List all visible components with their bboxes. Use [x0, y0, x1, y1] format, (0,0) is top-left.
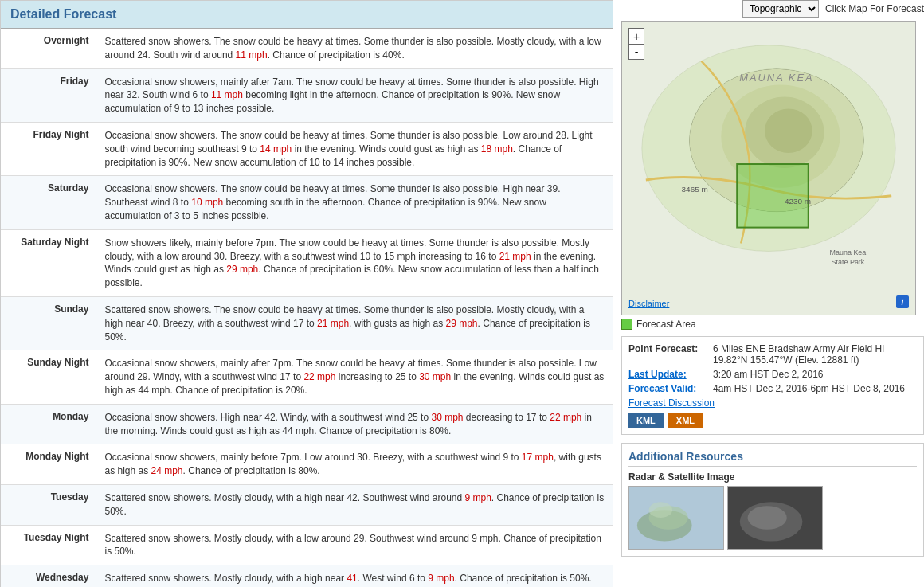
right-panel: Topographic Street Satellite Click Map F…: [613, 0, 924, 587]
click-map-label: Click Map For Forecast: [825, 3, 924, 14]
table-row: Sunday NightOccasional snow showers, mai…: [1, 350, 613, 404]
radar-images: [628, 486, 917, 550]
xml-button[interactable]: XML: [668, 413, 703, 428]
description-cell: Occasional snow showers, mainly after 7a…: [96, 68, 613, 122]
forecast-valid-link[interactable]: Forecast Valid:: [628, 383, 708, 394]
table-row: SaturdayOccasional snow showers. The sno…: [1, 176, 613, 229]
forecast-valid-row: Forecast Valid: 4am HST Dec 2, 2016-6pm …: [628, 383, 917, 394]
zoom-out-button[interactable]: -: [628, 44, 644, 60]
table-row: OvernightScattered snow showers. The sno…: [1, 29, 613, 68]
point-forecast-label: Point Forecast:: [628, 343, 708, 366]
description-cell: Scattered snow showers. The snow could b…: [96, 29, 613, 68]
point-forecast-section: Point Forecast: 6 Miles ENE Bradshaw Arm…: [621, 336, 924, 435]
table-row: Tuesday NightScattered snow showers. Mos…: [1, 525, 613, 565]
period-cell: Sunday: [1, 296, 96, 350]
radar-image-2: [727, 486, 823, 550]
export-buttons: KML XML: [628, 413, 917, 428]
map-controls: Topographic Street Satellite Click Map F…: [621, 0, 924, 18]
description-cell: Scattered snow showers. Mostly cloudy, w…: [96, 484, 613, 525]
period-cell: Saturday: [1, 176, 96, 229]
description-cell: Scattered snow showers. Mostly cloudy, w…: [96, 565, 613, 587]
page-title: Detailed Forecast: [10, 7, 603, 22]
legend-box-icon: [621, 319, 632, 330]
period-cell: Tuesday: [1, 484, 96, 525]
map-container[interactable]: MAUNA KEA 3465 m 4230 m Mauna Kea State …: [621, 21, 916, 315]
map-disclaimer-link[interactable]: Disclaimer: [628, 299, 669, 308]
svg-point-18: [748, 506, 787, 530]
description-cell: Occasional snow showers. High near 42. W…: [96, 404, 613, 444]
period-cell: Friday: [1, 68, 96, 122]
svg-text:4230 m: 4230 m: [785, 197, 811, 205]
table-row: FridayOccasional snow showers, mainly af…: [1, 68, 613, 122]
forecast-valid-value: 4am HST Dec 2, 2016-6pm HST Dec 8, 2016: [713, 383, 905, 394]
period-cell: Tuesday Night: [1, 525, 96, 565]
period-cell: Overnight: [1, 29, 96, 68]
svg-text:MAUNA KEA: MAUNA KEA: [739, 72, 813, 84]
description-cell: Occasional snow showers. The snow could …: [96, 122, 613, 175]
forecast-panel: Detailed Forecast OvernightScattered sno…: [0, 0, 613, 587]
last-update-value: 3:20 am HST Dec 2, 2016: [713, 369, 824, 380]
radar-image-1: [628, 486, 724, 550]
period-cell: Monday: [1, 404, 96, 444]
period-cell: Friday Night: [1, 122, 96, 175]
svg-point-15: [649, 502, 673, 518]
point-forecast-row-main: Point Forecast: 6 Miles ENE Bradshaw Arm…: [628, 343, 917, 366]
zoom-in-button[interactable]: +: [628, 28, 644, 44]
radar-satellite-label: Radar & Satellite Image: [628, 472, 917, 483]
description-cell: Occasional snow showers, mainly after 7p…: [96, 350, 613, 404]
description-cell: Scattered snow showers. Mostly cloudy, w…: [96, 525, 613, 565]
description-cell: Snow showers likely, mainly before 7pm. …: [96, 229, 613, 296]
forecast-header: Detailed Forecast: [1, 1, 613, 29]
period-cell: Monday Night: [1, 444, 96, 485]
table-row: Monday NightOccasional snow showers, mai…: [1, 444, 613, 485]
description-cell: Scattered snow showers. The snow could b…: [96, 296, 613, 350]
forecast-table: OvernightScattered snow showers. The sno…: [1, 29, 613, 587]
forecast-discussion-link[interactable]: Forecast Discussion: [628, 397, 917, 409]
period-cell: Sunday Night: [1, 350, 96, 404]
svg-text:3465 m: 3465 m: [682, 185, 708, 194]
svg-text:State Park: State Park: [832, 258, 865, 266]
description-cell: Occasional snow showers. The snow could …: [96, 176, 613, 229]
svg-point-6: [765, 108, 812, 153]
svg-text:Mauna Kea: Mauna Kea: [830, 248, 867, 256]
table-row: Friday NightOccasional snow showers. The…: [1, 122, 613, 175]
table-row: Saturday NightSnow showers likely, mainl…: [1, 229, 613, 296]
table-row: TuesdayScattered snow showers. Mostly cl…: [1, 484, 613, 525]
map-info-icon[interactable]: i: [896, 295, 909, 308]
point-forecast-location: 6 Miles ENE Bradshaw Army Air Field HI 1…: [713, 343, 884, 366]
period-cell: Wednesday: [1, 565, 96, 587]
description-cell: Occasional snow showers, mainly before 7…: [96, 444, 613, 485]
period-cell: Saturday Night: [1, 229, 96, 296]
kml-button[interactable]: KML: [628, 413, 664, 428]
table-row: MondayOccasional snow showers. High near…: [1, 404, 613, 444]
last-update-row: Last Update: 3:20 am HST Dec 2, 2016: [628, 369, 917, 380]
forecast-area-label: Forecast Area: [636, 319, 696, 330]
map-zoom-controls: + -: [628, 28, 644, 60]
table-row: WednesdayScattered snow showers. Mostly …: [1, 565, 613, 587]
forecast-area-legend: Forecast Area: [621, 319, 924, 330]
map-svg: MAUNA KEA 3465 m 4230 m Mauna Kea State …: [622, 22, 915, 315]
additional-resources-title: Additional Resources: [628, 450, 917, 467]
last-update-link[interactable]: Last Update:: [628, 369, 708, 380]
table-row: SundayScattered snow showers. The snow c…: [1, 296, 613, 350]
additional-resources-section: Additional Resources Radar & Satellite I…: [621, 443, 924, 557]
map-type-select[interactable]: Topographic Street Satellite: [742, 0, 819, 18]
